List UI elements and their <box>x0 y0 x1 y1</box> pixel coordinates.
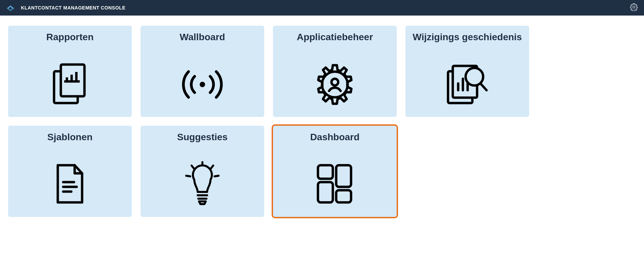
tile-label: Dashboard <box>310 132 360 143</box>
svg-line-21 <box>192 166 194 169</box>
broadcast-icon <box>177 52 228 117</box>
dashboard-icon <box>315 152 355 217</box>
chart-magnify-icon <box>445 52 489 117</box>
svg-point-0 <box>633 6 635 8</box>
tile-label: Rapporten <box>46 32 94 43</box>
tile-suggesties[interactable]: Suggesties <box>141 126 264 217</box>
svg-rect-30 <box>336 190 351 202</box>
gear-icon <box>630 3 638 13</box>
svg-point-9 <box>331 79 338 85</box>
svg-line-24 <box>215 176 219 176</box>
tile-wallboard[interactable]: Wallboard <box>141 26 264 117</box>
user-gear-icon <box>313 52 357 117</box>
document-icon <box>53 152 87 217</box>
lightbulb-icon <box>182 152 223 217</box>
tile-label: Wallboard <box>180 32 225 43</box>
main-content: Rapporten Wallboard <box>0 16 644 227</box>
settings-button[interactable] <box>628 2 639 14</box>
svg-rect-29 <box>336 165 351 187</box>
tile-rapporten[interactable]: Rapporten <box>8 26 132 117</box>
svg-rect-27 <box>318 165 333 179</box>
tile-wijzigings-geschiedenis[interactable]: Wijzigings geschiedenis <box>405 26 529 117</box>
tile-label: Suggesties <box>177 132 227 143</box>
svg-point-7 <box>200 82 205 87</box>
tile-label: Sjablonen <box>47 132 93 143</box>
tile-sjablonen[interactable]: Sjablonen <box>8 126 132 217</box>
svg-line-23 <box>186 176 190 176</box>
svg-rect-28 <box>318 182 333 202</box>
header-left: KLANTCONTACT MANAGEMENT CONSOLE <box>5 4 125 12</box>
logo-icon <box>5 4 16 12</box>
tile-grid: Rapporten Wallboard <box>8 26 549 217</box>
tile-label: Applicatiebeheer <box>297 32 373 43</box>
reports-icon <box>51 52 89 117</box>
tile-dashboard[interactable]: Dashboard <box>273 126 397 217</box>
svg-line-16 <box>480 83 487 90</box>
tile-applicatiebeheer[interactable]: Applicatiebeheer <box>273 26 397 117</box>
svg-line-22 <box>210 166 213 169</box>
tile-label: Wijzigings geschiedenis <box>413 32 522 43</box>
header-bar: KLANTCONTACT MANAGEMENT CONSOLE <box>0 0 644 16</box>
app-title: KLANTCONTACT MANAGEMENT CONSOLE <box>21 5 125 10</box>
